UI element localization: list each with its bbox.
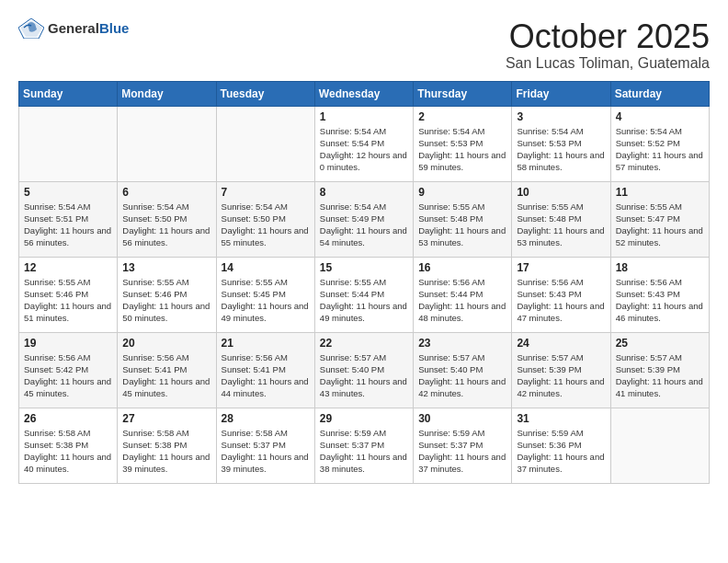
day-number: 24 xyxy=(517,337,605,350)
sunset-text: Sunset: 5:48 PM xyxy=(418,213,483,224)
sunset-text: Sunset: 5:49 PM xyxy=(320,213,384,224)
table-row: 10 Sunrise: 5:55 AM Sunset: 5:48 PM Dayl… xyxy=(512,181,610,257)
location-title: San Lucas Toliman, Guatemala xyxy=(506,55,710,72)
table-row: 31 Sunrise: 5:59 AM Sunset: 5:36 PM Dayl… xyxy=(512,408,610,483)
sunrise-text: Sunrise: 5:57 AM xyxy=(320,352,386,362)
day-number: 23 xyxy=(418,337,506,350)
daylight-text: Daylight: 11 hours and 47 minutes. xyxy=(517,301,604,323)
sunset-text: Sunset: 5:52 PM xyxy=(616,138,680,148)
weekday-header-row: Sunday Monday Tuesday Wednesday Thursday… xyxy=(19,81,710,106)
daylight-text: Daylight: 11 hours and 58 minutes. xyxy=(517,150,604,172)
daylight-text: Daylight: 11 hours and 59 minutes. xyxy=(418,150,506,172)
sunset-text: Sunset: 5:43 PM xyxy=(616,289,680,299)
calendar-week-row: 19 Sunrise: 5:56 AM Sunset: 5:42 PM Dayl… xyxy=(19,332,710,408)
day-number: 20 xyxy=(122,337,210,350)
day-info: Sunrise: 5:54 AM Sunset: 5:53 PM Dayligh… xyxy=(517,125,605,174)
day-info: Sunrise: 5:56 AM Sunset: 5:44 PM Dayligh… xyxy=(418,276,506,325)
day-number: 18 xyxy=(616,261,704,274)
table-row: 1 Sunrise: 5:54 AM Sunset: 5:54 PM Dayli… xyxy=(314,106,413,181)
sunrise-text: Sunrise: 5:54 AM xyxy=(24,201,90,212)
sunrise-text: Sunrise: 5:55 AM xyxy=(616,201,682,212)
daylight-text: Daylight: 11 hours and 53 minutes. xyxy=(517,225,604,247)
table-row: 29 Sunrise: 5:59 AM Sunset: 5:37 PM Dayl… xyxy=(314,408,413,483)
sunrise-text: Sunrise: 5:58 AM xyxy=(122,428,188,438)
sunrise-text: Sunrise: 5:55 AM xyxy=(24,277,90,287)
day-number: 5 xyxy=(24,186,112,199)
sunset-text: Sunset: 5:44 PM xyxy=(418,289,483,299)
daylight-text: Daylight: 11 hours and 46 minutes. xyxy=(616,301,703,323)
sunset-text: Sunset: 5:54 PM xyxy=(320,138,384,148)
day-info: Sunrise: 5:56 AM Sunset: 5:43 PM Dayligh… xyxy=(616,276,704,325)
sunrise-text: Sunrise: 5:56 AM xyxy=(616,277,682,287)
day-number: 16 xyxy=(418,261,506,274)
day-info: Sunrise: 5:54 AM Sunset: 5:51 PM Dayligh… xyxy=(24,201,112,249)
day-number: 17 xyxy=(517,261,605,274)
daylight-text: Daylight: 11 hours and 52 minutes. xyxy=(616,225,703,247)
table-row: 26 Sunrise: 5:58 AM Sunset: 5:38 PM Dayl… xyxy=(19,408,118,483)
day-info: Sunrise: 5:57 AM Sunset: 5:39 PM Dayligh… xyxy=(517,351,605,400)
calendar-week-row: 1 Sunrise: 5:54 AM Sunset: 5:54 PM Dayli… xyxy=(19,106,710,181)
sunrise-text: Sunrise: 5:56 AM xyxy=(24,352,90,362)
sunset-text: Sunset: 5:44 PM xyxy=(320,289,384,299)
day-info: Sunrise: 5:54 AM Sunset: 5:54 PM Dayligh… xyxy=(320,125,408,174)
calendar-week-row: 26 Sunrise: 5:58 AM Sunset: 5:38 PM Dayl… xyxy=(19,408,710,483)
day-info: Sunrise: 5:57 AM Sunset: 5:40 PM Dayligh… xyxy=(418,351,506,400)
day-number: 2 xyxy=(418,110,506,123)
day-number: 10 xyxy=(517,186,605,199)
sunset-text: Sunset: 5:37 PM xyxy=(222,440,286,450)
day-number: 26 xyxy=(24,412,112,425)
sunset-text: Sunset: 5:50 PM xyxy=(222,213,286,224)
day-info: Sunrise: 5:57 AM Sunset: 5:39 PM Dayligh… xyxy=(616,351,704,400)
daylight-text: Daylight: 11 hours and 56 minutes. xyxy=(122,225,210,247)
day-number: 28 xyxy=(222,412,310,425)
day-info: Sunrise: 5:58 AM Sunset: 5:38 PM Dayligh… xyxy=(24,427,112,476)
sunset-text: Sunset: 5:46 PM xyxy=(24,289,88,299)
header-thursday: Thursday xyxy=(414,81,512,106)
sunset-text: Sunset: 5:42 PM xyxy=(24,364,88,374)
sunset-text: Sunset: 5:53 PM xyxy=(418,138,483,148)
table-row xyxy=(610,408,709,483)
table-row: 7 Sunrise: 5:54 AM Sunset: 5:50 PM Dayli… xyxy=(216,181,314,257)
table-row: 2 Sunrise: 5:54 AM Sunset: 5:53 PM Dayli… xyxy=(414,106,512,181)
day-info: Sunrise: 5:55 AM Sunset: 5:46 PM Dayligh… xyxy=(122,276,210,325)
sunset-text: Sunset: 5:36 PM xyxy=(517,440,581,450)
table-row: 18 Sunrise: 5:56 AM Sunset: 5:43 PM Dayl… xyxy=(610,257,709,332)
sunrise-text: Sunrise: 5:55 AM xyxy=(517,201,583,212)
table-row: 5 Sunrise: 5:54 AM Sunset: 5:51 PM Dayli… xyxy=(19,181,118,257)
sunrise-text: Sunrise: 5:54 AM xyxy=(122,201,188,212)
daylight-text: Daylight: 11 hours and 54 minutes. xyxy=(320,225,407,247)
sunset-text: Sunset: 5:48 PM xyxy=(517,213,581,224)
sunrise-text: Sunrise: 5:54 AM xyxy=(320,201,386,212)
day-number: 29 xyxy=(320,412,408,425)
day-info: Sunrise: 5:55 AM Sunset: 5:45 PM Dayligh… xyxy=(222,276,310,325)
sunset-text: Sunset: 5:41 PM xyxy=(222,364,286,374)
sunrise-text: Sunrise: 5:56 AM xyxy=(517,277,583,287)
day-info: Sunrise: 5:59 AM Sunset: 5:37 PM Dayligh… xyxy=(418,427,506,476)
table-row: 28 Sunrise: 5:58 AM Sunset: 5:37 PM Dayl… xyxy=(216,408,314,483)
sunrise-text: Sunrise: 5:58 AM xyxy=(24,428,90,438)
table-row: 22 Sunrise: 5:57 AM Sunset: 5:40 PM Dayl… xyxy=(314,332,413,408)
daylight-text: Daylight: 11 hours and 48 minutes. xyxy=(418,301,506,323)
sunrise-text: Sunrise: 5:55 AM xyxy=(418,201,484,212)
sunrise-text: Sunrise: 5:56 AM xyxy=(222,352,288,362)
sunset-text: Sunset: 5:47 PM xyxy=(616,213,680,224)
table-row: 25 Sunrise: 5:57 AM Sunset: 5:39 PM Dayl… xyxy=(610,332,709,408)
header-tuesday: Tuesday xyxy=(216,81,314,106)
daylight-text: Daylight: 11 hours and 42 minutes. xyxy=(517,376,604,398)
sunset-text: Sunset: 5:37 PM xyxy=(418,440,483,450)
daylight-text: Daylight: 11 hours and 49 minutes. xyxy=(320,301,407,323)
calendar-week-row: 12 Sunrise: 5:55 AM Sunset: 5:46 PM Dayl… xyxy=(19,257,710,332)
day-number: 31 xyxy=(517,412,605,425)
day-number: 9 xyxy=(418,186,506,199)
day-number: 27 xyxy=(122,412,210,425)
month-title: October 2025 xyxy=(506,18,710,55)
daylight-text: Daylight: 11 hours and 38 minutes. xyxy=(320,452,407,474)
header-saturday: Saturday xyxy=(610,81,709,106)
daylight-text: Daylight: 11 hours and 56 minutes. xyxy=(24,225,111,247)
table-row: 14 Sunrise: 5:55 AM Sunset: 5:45 PM Dayl… xyxy=(216,257,314,332)
table-row xyxy=(19,106,118,181)
sunset-text: Sunset: 5:53 PM xyxy=(517,138,581,148)
calendar-table: Sunday Monday Tuesday Wednesday Thursday… xyxy=(18,81,710,484)
daylight-text: Daylight: 11 hours and 41 minutes. xyxy=(616,376,703,398)
day-info: Sunrise: 5:59 AM Sunset: 5:36 PM Dayligh… xyxy=(517,427,605,476)
